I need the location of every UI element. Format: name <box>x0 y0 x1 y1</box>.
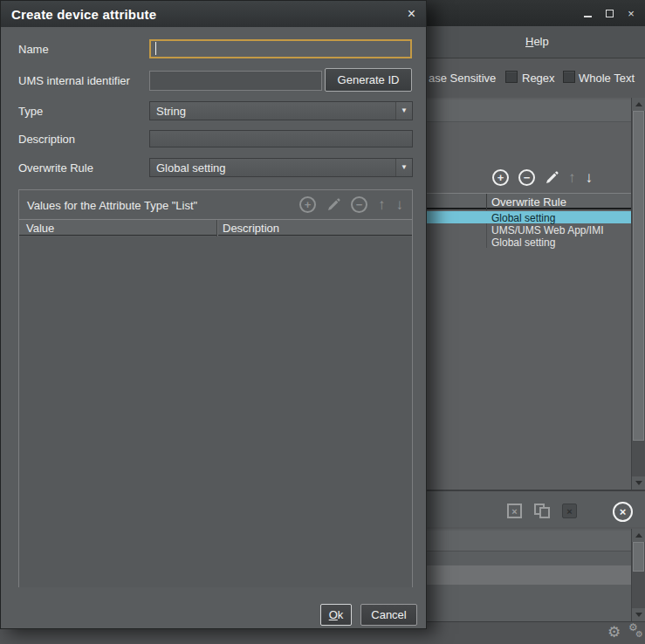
scroll-down-icon <box>635 481 642 485</box>
move-up-icon[interactable]: ↑ <box>568 170 576 185</box>
create-device-attribute-dialog: Create device attribute × Name UMS inter… <box>0 0 427 629</box>
dialog-close-icon[interactable]: × <box>408 7 415 21</box>
remove-icon[interactable]: − <box>518 169 535 186</box>
chevron-down-icon: ▼ <box>401 107 408 114</box>
lower-vertical-scrollbar[interactable] <box>631 529 645 621</box>
add-value-icon[interactable]: + <box>299 196 316 213</box>
lower-scrollbar-thumb[interactable] <box>633 542 644 572</box>
values-toolbar: + − ↑ ↓ <box>299 196 403 213</box>
gear-icon: ⚙ <box>635 630 643 639</box>
overwrite-rule-dropdown[interactable]: Global setting ▼ <box>149 158 413 177</box>
ok-button[interactable]: Ok <box>320 604 352 626</box>
text-caret <box>155 42 156 55</box>
edit-value-icon[interactable] <box>326 198 340 212</box>
ums-identifier-input[interactable] <box>149 71 322 91</box>
move-value-down-icon[interactable]: ↓ <box>396 197 404 212</box>
overwrite-rule-column-header[interactable]: Overwrite Rule <box>491 195 566 209</box>
case-sensitive-label: ase Sensitive <box>429 72 496 85</box>
window-close-button[interactable]: × <box>624 6 638 20</box>
name-label: Name <box>18 43 49 56</box>
values-table-header: Value Description <box>19 219 412 236</box>
maximize-icon <box>606 10 614 17</box>
scrollbar-thumb[interactable] <box>633 111 644 441</box>
copy-icon[interactable] <box>534 504 551 519</box>
remove-value-icon[interactable]: − <box>351 196 367 213</box>
generate-id-button[interactable]: Generate ID <box>325 68 412 92</box>
type-dropdown[interactable]: String ▼ <box>149 101 413 120</box>
vertical-scrollbar[interactable] <box>631 98 645 490</box>
scroll-up-button[interactable] <box>632 98 645 111</box>
regex-label: Regex <box>522 72 555 85</box>
gear-icon: ⚙ <box>607 625 621 640</box>
delete-icon[interactable]: × <box>562 504 577 518</box>
dialog-titlebar[interactable]: Create device attribute × <box>1 1 426 27</box>
scroll-up-icon <box>635 102 642 106</box>
description-label: Description <box>18 133 75 146</box>
dropdown-arrow-button[interactable]: ▼ <box>395 159 412 176</box>
whole-text-label: Whole Text <box>579 72 635 85</box>
window-controls: × <box>580 0 638 26</box>
cancel-button[interactable]: Cancel <box>360 604 417 626</box>
overwrite-rule-label: Overwrite Rule <box>18 161 93 175</box>
minimize-icon <box>584 16 592 17</box>
dropdown-arrow-button[interactable]: ▼ <box>395 102 412 120</box>
help-button[interactable]: Help <box>518 33 556 50</box>
description-column-header[interactable]: Description <box>223 222 279 235</box>
lower-scroll-down-button[interactable] <box>632 608 645 621</box>
column-divider <box>486 194 487 210</box>
add-icon[interactable]: + <box>492 169 509 186</box>
values-table-body[interactable] <box>19 236 412 587</box>
scroll-down-icon <box>635 613 642 617</box>
dialog-title: Create device attribute <box>11 7 408 22</box>
description-input[interactable] <box>149 130 413 147</box>
edit-icon[interactable] <box>545 171 559 185</box>
screen: × Help ase Sensitive Regex Whole Text + … <box>0 0 645 644</box>
move-down-icon[interactable]: ↓ <box>586 170 594 185</box>
chevron-down-icon: ▼ <box>401 164 408 171</box>
value-column-header[interactable]: Value <box>26 222 54 235</box>
lower-scroll-up-button[interactable] <box>632 529 645 542</box>
values-group: Values for the Attribute Type "List" + −… <box>18 189 413 587</box>
move-value-up-icon[interactable]: ↑ <box>378 197 386 212</box>
ums-identifier-label: UMS internal identifier <box>18 74 130 87</box>
regex-checkbox[interactable] <box>505 71 518 83</box>
close-icon: × <box>628 7 635 20</box>
minimize-button[interactable] <box>580 6 594 20</box>
attributes-toolbar: + − ↑ ↓ <box>492 169 593 186</box>
clear-selection-icon[interactable]: × <box>507 504 522 518</box>
name-input[interactable] <box>149 39 412 58</box>
type-label: Type <box>18 105 43 118</box>
close-circle-icon[interactable]: × <box>613 502 633 522</box>
scroll-down-button[interactable] <box>632 476 645 490</box>
maximize-button[interactable] <box>602 6 616 20</box>
values-group-title: Values for the Attribute Type "List" <box>27 199 197 212</box>
column-divider[interactable] <box>216 220 217 236</box>
whole-text-checkbox[interactable] <box>563 71 575 83</box>
scroll-up-icon <box>635 533 642 538</box>
